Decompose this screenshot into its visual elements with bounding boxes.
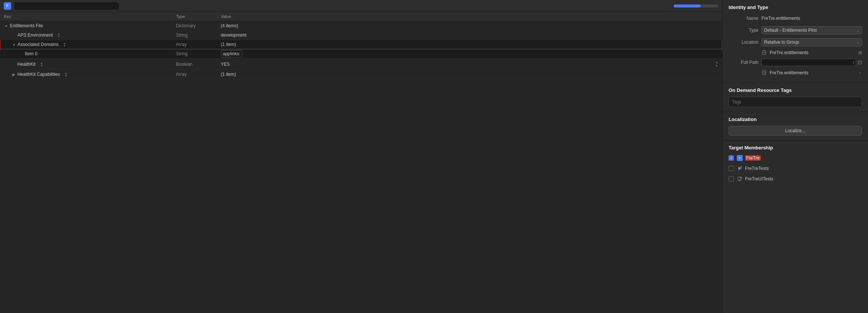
table-row[interactable]: ▾ Associated Domains ▲▼ Array (1 item): [0, 40, 722, 49]
value-text: YES: [221, 62, 230, 67]
stepper[interactable]: ▲▼: [63, 72, 69, 77]
file-icon-2: [761, 70, 767, 76]
stepper[interactable]: ▲▼: [39, 62, 44, 67]
key-cell: Item 0: [0, 49, 172, 59]
full-path-row: Full Path / ⊡: [729, 58, 862, 67]
value-input[interactable]: applinks:: [221, 50, 242, 58]
table-container: Key Type Value ▾ Entitlements File Dicti: [0, 12, 722, 313]
left-panel: F Key Type Value ▾ Entit: [0, 0, 722, 313]
localize-button[interactable]: Localize...: [729, 126, 862, 136]
key-cell: APS Environment ▲▼: [0, 31, 172, 40]
row-key-text: Item 0: [25, 51, 37, 56]
type-row: Type Default - Entitlements Plist ⌄: [729, 26, 862, 35]
type-label: Type: [729, 28, 758, 33]
type-cell: Boolean: [172, 59, 217, 70]
target-membership-section: Target Membership F FreTre FreTreTests: [723, 140, 868, 190]
chevron-down-icon: ⌄: [856, 28, 859, 32]
col-key-header: Key: [0, 12, 172, 21]
expand-arrow[interactable]: ▾: [12, 43, 16, 47]
svg-rect-0: [763, 50, 766, 55]
navigate-icon[interactable]: →: [858, 70, 862, 75]
on-demand-title: On Demand Resource Tags: [729, 87, 862, 93]
table-row[interactable]: ▾ Entitlements File Dictionary (4 items): [0, 21, 722, 31]
row-key-text: Entitlements File: [10, 23, 43, 28]
row-key-text: Associated Domains: [18, 42, 58, 47]
type-dropdown[interactable]: Default - Entitlements Plist ⌄: [761, 26, 862, 34]
on-demand-section: On Demand Resource Tags: [723, 83, 868, 112]
value-cell: YES ▲ ▼: [217, 59, 722, 70]
target-membership-title: Target Membership: [729, 145, 862, 151]
search-bar[interactable]: [14, 2, 119, 10]
expand-arrow[interactable]: ▾: [4, 24, 9, 28]
tags-input[interactable]: [729, 97, 862, 107]
full-path-input[interactable]: /: [761, 59, 856, 66]
key-cell: HealthKit ▲▼: [0, 59, 172, 70]
type-text: Array: [176, 42, 187, 47]
value-text: (4 items): [221, 23, 238, 28]
svg-rect-4: [763, 71, 766, 75]
type-cell: String: [172, 49, 217, 59]
file-icon: [761, 50, 767, 56]
type-cell: Dictionary: [172, 21, 217, 31]
chevron-down-icon: ⌄: [856, 40, 859, 44]
full-path-file-name: FreTre.entitlements: [770, 70, 858, 75]
table-row[interactable]: HealthKit ▲▼ Boolean YES ▲ ▼: [0, 59, 722, 70]
svg-point-14: [740, 177, 742, 179]
full-path-label: Full Path: [729, 60, 758, 65]
file-row: FreTre.entitlements ⊞: [729, 50, 862, 56]
file-action-icon[interactable]: ⊞: [858, 50, 862, 55]
file-name: FreTre.entitlements: [770, 50, 858, 55]
location-value: Relative to Group: [764, 40, 799, 45]
target-name-fretre: FreTre: [745, 155, 761, 161]
value-text: (1 item): [221, 72, 236, 77]
type-text: String: [176, 32, 188, 38]
table-row[interactable]: ▶ HealthKit Capabilities ▲▼ Array (1 ite…: [0, 70, 722, 79]
progress-fill: [674, 4, 701, 7]
target-checkbox-fretre[interactable]: [729, 155, 734, 161]
top-bar: F: [0, 0, 722, 12]
name-row: Name FreTre.entitlements: [729, 14, 862, 23]
boolean-stepper[interactable]: ▲ ▼: [715, 61, 718, 68]
target-checkbox-fretre-tests[interactable]: [729, 166, 734, 171]
value-cell[interactable]: applinks:: [217, 49, 722, 59]
stepper[interactable]: ▲▼: [61, 42, 67, 47]
progress-bar: [674, 4, 718, 7]
row-key-text: APS Environment: [18, 32, 53, 38]
target-checkbox-fretre-ui-tests[interactable]: [729, 176, 734, 182]
row-key-text: HealthKit Capabilities: [18, 72, 60, 77]
col-value-header: Value: [217, 12, 722, 21]
app-icon: F: [4, 2, 11, 10]
type-text: String: [176, 51, 188, 56]
type-text: Dictionary: [176, 23, 196, 28]
target-highlight: FreTre: [745, 155, 761, 161]
section-title: Identity and Type: [729, 4, 862, 10]
target-item-fretre-ui-tests[interactable]: FreTreUITests: [729, 175, 862, 183]
right-panel: Identity and Type Name FreTre.entitlemen…: [722, 0, 868, 313]
col-type-header: Type: [172, 12, 217, 21]
value-cell: (1 item): [217, 40, 722, 49]
stepper[interactable]: ▲▼: [56, 32, 62, 38]
type-text: Array: [176, 72, 187, 77]
test-target-icon: [737, 165, 743, 171]
target-item-fretre-tests[interactable]: FreTreTests: [729, 165, 862, 172]
value-text: development: [221, 32, 247, 38]
uitest-target-icon: [737, 176, 743, 182]
table-row[interactable]: Item 0 String applinks:: [0, 49, 722, 59]
name-value: FreTre.entitlements: [761, 16, 862, 21]
target-item-fretre[interactable]: F FreTre: [729, 154, 862, 162]
localization-section: Localization Localize...: [723, 112, 868, 140]
expand-arrow[interactable]: ▶: [12, 72, 16, 77]
choose-icon[interactable]: ⊡: [858, 59, 862, 65]
location-dropdown[interactable]: Relative to Group ⌄: [761, 38, 862, 46]
type-cell: String: [172, 31, 217, 40]
type-cell: Array: [172, 40, 217, 49]
type-dropdown-value: Default - Entitlements Plist: [764, 28, 817, 33]
value-cell: (1 item): [217, 70, 722, 79]
identity-type-section: Identity and Type Name FreTre.entitlemen…: [723, 0, 868, 83]
key-cell: ▾ Associated Domains ▲▼: [0, 40, 172, 49]
table-header: Key Type Value: [0, 12, 722, 21]
value-text: (1 item): [221, 42, 236, 47]
key-cell: ▶ HealthKit Capabilities ▲▼: [0, 70, 172, 79]
location-row: Location Relative to Group ⌄: [729, 38, 862, 47]
table-row[interactable]: APS Environment ▲▼ String development: [0, 31, 722, 40]
